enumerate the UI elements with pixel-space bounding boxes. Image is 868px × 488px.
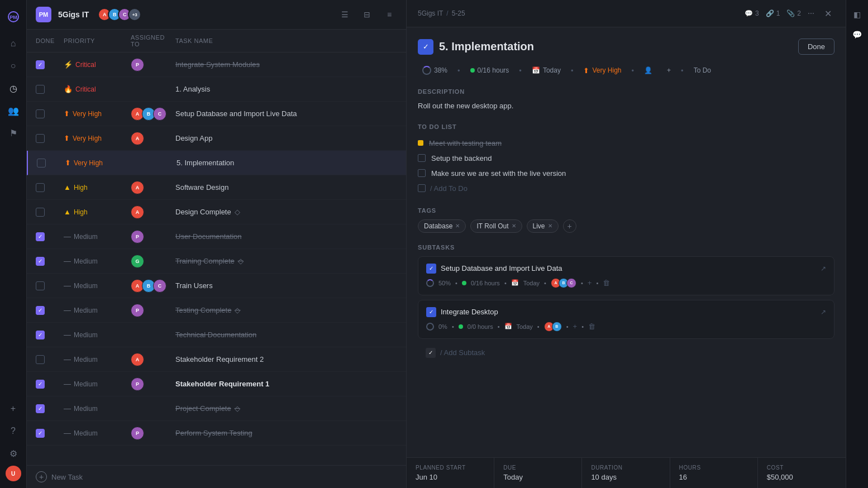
sidebar-search-icon[interactable]: ○ — [3, 56, 23, 76]
detail-header: 5Gigs IT / 5-25 💬 3 🔗 1 📎 2 ⋯ ✕ — [407, 0, 846, 27]
table-row[interactable]: 🔥 Critical 1. Analysis — [27, 77, 406, 102]
task-checkbox[interactable]: ✓ — [36, 306, 45, 315]
task-avatars: A — [131, 132, 175, 145]
date-meta[interactable]: 📅 Today — [527, 64, 565, 76]
task-checkbox[interactable] — [36, 134, 45, 143]
task-checkbox[interactable]: ✓ — [36, 429, 45, 438]
tag-close-icon[interactable]: ✕ — [512, 223, 516, 229]
done-button[interactable]: Done — [798, 39, 834, 55]
subtask-icon: ✓ — [426, 307, 436, 317]
table-row[interactable]: ✓ — Medium P Perform System Testing — [27, 421, 406, 446]
comment-count[interactable]: 💬 3 — [745, 9, 759, 17]
add-todo-btn[interactable]: / Add To Do — [418, 181, 834, 196]
sidebar-settings-icon[interactable]: ⚙ — [3, 443, 23, 463]
priority-badge: — Medium — [64, 257, 131, 265]
comment-icon: 💬 — [745, 9, 753, 17]
sidebar-add-icon[interactable]: + — [3, 399, 23, 419]
task-panel: PM 5Gigs IT A B C +3 ☰ ⊟ ≡ DONE PRIORITY… — [27, 0, 407, 488]
task-checkbox[interactable] — [36, 281, 45, 290]
table-row[interactable]: ✓ — Medium G Training Complete ◇ — [27, 249, 406, 274]
task-checkbox[interactable] — [36, 85, 45, 94]
table-row[interactable]: ▲ High A Software Design — [27, 175, 406, 200]
task-checkbox[interactable] — [36, 355, 45, 364]
table-row[interactable]: — Medium A B C Train Users — [27, 274, 406, 298]
side-panel-toggle-icon[interactable]: ◧ — [850, 7, 865, 22]
view-list-btn[interactable]: ☰ — [337, 7, 352, 22]
table-row[interactable]: ✓ ⚡ Critical P Integrate System Modules — [27, 52, 406, 77]
duration-label: DURATION — [591, 465, 660, 471]
table-row[interactable]: ⬆ Very High A Design App — [27, 126, 406, 151]
subtask-progress-icon — [426, 279, 434, 287]
todo-checkbox[interactable] — [418, 169, 426, 177]
new-task-row[interactable]: + New Task — [27, 465, 406, 488]
table-row[interactable]: — Medium A Stakeholder Requirement 2 — [27, 347, 406, 372]
task-name: Stakeholder Requirement 2 — [175, 355, 397, 363]
status-meta[interactable]: To Do — [689, 64, 716, 76]
add-meta-btn[interactable]: + — [662, 64, 675, 76]
task-checkbox[interactable]: ✓ — [36, 60, 45, 69]
task-avatars: A — [131, 205, 175, 219]
attachment-count[interactable]: 📎 2 — [786, 9, 801, 17]
task-checkbox[interactable]: ✓ — [36, 380, 45, 389]
task-checkbox[interactable] — [36, 109, 45, 118]
subtask-delete-btn[interactable]: 🗑 — [588, 322, 595, 331]
task-checkbox[interactable] — [36, 183, 45, 192]
tag-close-icon[interactable]: ✕ — [548, 223, 552, 229]
table-row[interactable]: ✓ — Medium Project Complete ◇ — [27, 396, 406, 421]
todo-item[interactable]: Setup the backend — [418, 151, 834, 166]
subtask-external-link-icon[interactable]: ↗ — [821, 265, 826, 272]
table-row[interactable]: ✓ — Medium Technical Documentation — [27, 323, 406, 347]
table-row[interactable]: ✓ — Medium P Stakeholder Requirement 1 — [27, 372, 406, 396]
sidebar-flag-icon[interactable]: ⚑ — [3, 123, 23, 143]
table-row[interactable]: ✓ — Medium P User Documentation — [27, 224, 406, 249]
view-more-btn[interactable]: ≡ — [381, 7, 397, 22]
todo-item[interactable]: Make sure we are set with the live versi… — [418, 166, 834, 181]
close-panel-btn[interactable]: ✕ — [821, 7, 834, 20]
priority-meta[interactable]: ⬆ Very High — [579, 64, 626, 77]
todo-checkbox[interactable] — [418, 154, 426, 162]
assign-meta[interactable]: 👤 — [640, 64, 657, 76]
table-row[interactable]: ▲ High A Design Complete ◇ — [27, 200, 406, 224]
sidebar-help-icon[interactable]: ? — [3, 421, 23, 441]
side-comment-icon[interactable]: 💬 — [850, 27, 865, 42]
todo-item[interactable]: Meet with testing team — [418, 136, 834, 151]
add-tag-btn[interactable]: + — [563, 219, 576, 233]
description-text: Roll out the new desktop app. — [418, 101, 834, 112]
subtask-external-link-icon[interactable]: ↗ — [821, 308, 826, 316]
tag-database[interactable]: Database ✕ — [418, 219, 466, 233]
task-checkbox[interactable]: ✓ — [36, 257, 45, 266]
tag-it-roll-out[interactable]: IT Roll Out ✕ — [470, 219, 522, 233]
priority-badge: — Medium — [64, 429, 131, 437]
more-options-btn[interactable]: ⋯ — [808, 9, 814, 17]
col-priority[interactable]: PRIORITY — [64, 34, 131, 47]
sidebar-user-avatar[interactable]: U — [6, 466, 21, 481]
sidebar-clock-icon[interactable]: ◷ — [3, 78, 23, 98]
table-row[interactable]: ✓ — Medium P Testing Complete ◇ — [27, 298, 406, 323]
view-board-btn[interactable]: ⊟ — [359, 7, 375, 22]
priority-badge: — Medium — [64, 232, 131, 241]
add-subtask-btn[interactable]: ✓ / Add Subtask — [418, 343, 834, 362]
sidebar-users-icon[interactable]: 👥 — [3, 101, 23, 121]
progress-meta[interactable]: 38% — [418, 64, 452, 77]
subtask-item[interactable]: ✓ Integrate Desktop ↗ 0% • 0/0 hours • 📅… — [418, 300, 834, 339]
task-checkbox[interactable]: ✓ — [36, 331, 45, 339]
table-row[interactable]: ⬆ Very High A B C Setup Database and Imp… — [27, 102, 406, 126]
task-checkbox[interactable] — [36, 208, 45, 217]
hours-meta[interactable]: 0/16 hours — [466, 64, 514, 76]
tag-live[interactable]: Live ✕ — [527, 219, 559, 233]
subtask-item[interactable]: ✓ Setup Database and Import Live Data ↗ … — [418, 256, 834, 295]
subtask-add-btn[interactable]: + — [573, 322, 578, 331]
subtask-add-btn[interactable]: + — [588, 279, 592, 287]
table-row[interactable]: ⬆ Very High 5. Implementation — [27, 151, 406, 175]
footer-duration: DURATION 10 days — [582, 458, 670, 488]
task-checkbox[interactable] — [37, 159, 46, 168]
task-list: ✓ ⚡ Critical P Integrate System Modules … — [27, 52, 406, 465]
subtasks-section: SUBTASKS ✓ Setup Database and Import Liv… — [418, 244, 834, 362]
link-count[interactable]: 🔗 1 — [766, 9, 780, 17]
task-checkbox[interactable]: ✓ — [36, 404, 45, 413]
subtask-delete-btn[interactable]: 🗑 — [603, 279, 610, 287]
sidebar-home-icon[interactable]: ⌂ — [3, 34, 23, 54]
app-logo[interactable]: PM — [3, 7, 23, 27]
task-checkbox[interactable]: ✓ — [36, 232, 45, 241]
tag-close-icon[interactable]: ✕ — [455, 223, 460, 229]
